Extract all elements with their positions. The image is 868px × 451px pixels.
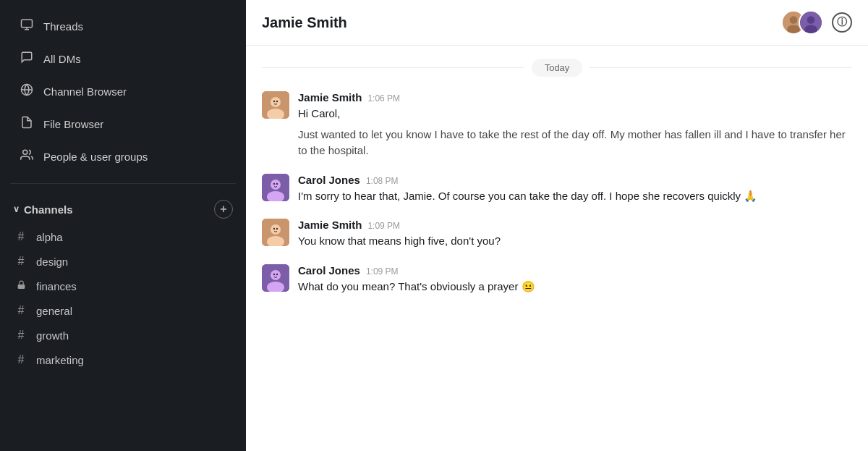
channels-section-header: ∨ Channels + xyxy=(0,187,246,224)
message-block-1: Jamie Smith 1:06 PM Hi Carol, Just wante… xyxy=(246,84,868,167)
divider-line-left xyxy=(262,67,524,68)
channel-name: finances xyxy=(36,280,77,292)
msg-sender-4: Carol Jones xyxy=(298,264,360,277)
sidebar-item-people[interactable]: People & user groups xyxy=(6,141,240,172)
lock-icon xyxy=(13,279,29,292)
sidebar-item-channel-browser[interactable]: Channel Browser xyxy=(6,76,240,107)
hash-icon: # xyxy=(13,329,29,342)
file-browser-icon xyxy=(19,116,35,132)
sidebar-item-label: Channel Browser xyxy=(43,85,127,98)
msg-content-4: Carol Jones 1:09 PM What do you mean? Th… xyxy=(298,264,852,295)
sidebar-item-file-browser[interactable]: File Browser xyxy=(6,109,240,140)
svg-point-14 xyxy=(271,97,281,107)
info-button[interactable]: ⓘ xyxy=(832,12,852,33)
channel-name: growth xyxy=(36,329,69,342)
svg-point-19 xyxy=(271,180,281,190)
avatar-msg-4 xyxy=(262,264,289,292)
info-icon: ⓘ xyxy=(837,16,847,29)
svg-point-8 xyxy=(790,16,798,24)
channels-label-group: ∨ Channels xyxy=(13,203,73,216)
channel-item-growth[interactable]: # growth xyxy=(0,323,246,347)
msg-text-3: You know that means high five, don't you… xyxy=(298,233,852,250)
avatar-msg-1 xyxy=(262,91,289,119)
avatar-carol xyxy=(799,10,823,35)
msg-text-1b: Just wanted to let you know I have to ta… xyxy=(298,127,852,159)
sidebar-item-label: People & user groups xyxy=(43,151,148,163)
chat-header: Jamie Smith xyxy=(246,0,868,46)
channel-item-marketing[interactable]: # marketing xyxy=(0,347,246,372)
msg-text-4: What do you mean? That's obviously a pra… xyxy=(298,279,852,295)
svg-point-17 xyxy=(276,101,278,102)
date-label: Today xyxy=(532,59,583,77)
date-divider: Today xyxy=(246,46,868,84)
svg-point-11 xyxy=(807,16,815,24)
msg-time-3: 1:09 PM xyxy=(367,221,400,231)
svg-point-32 xyxy=(276,273,278,274)
svg-point-5 xyxy=(23,150,27,154)
svg-point-29 xyxy=(271,270,281,280)
divider-line-right xyxy=(590,67,852,68)
channel-item-alpha[interactable]: # alpha xyxy=(0,224,246,249)
hash-icon: # xyxy=(13,353,29,366)
sidebar-item-label: File Browser xyxy=(43,118,103,130)
sidebar: Threads All DMs Channel Browser File Bro… xyxy=(0,0,246,451)
svg-point-22 xyxy=(276,182,278,184)
channel-item-finances[interactable]: finances xyxy=(0,274,246,298)
msg-header-1: Jamie Smith 1:06 PM xyxy=(298,91,852,104)
channels-label: Channels xyxy=(24,203,73,216)
chevron-icon: ∨ xyxy=(13,204,20,214)
channel-item-design[interactable]: # design xyxy=(0,249,246,274)
svg-rect-6 xyxy=(17,284,25,289)
chat-area: Today Jamie Smith 1:06 PM xyxy=(246,46,868,451)
header-right: ⓘ xyxy=(781,10,852,35)
main-content: Jamie Smith xyxy=(246,0,868,451)
msg-text-1a: Hi Carol, xyxy=(298,106,852,122)
hash-icon: # xyxy=(13,230,29,243)
hash-icon: # xyxy=(13,255,29,268)
svg-point-12 xyxy=(804,25,817,34)
message-block-4: Carol Jones 1:09 PM What do you mean? Th… xyxy=(246,257,868,303)
add-icon: + xyxy=(220,203,226,216)
msg-header-2: Carol Jones 1:08 PM xyxy=(298,174,852,186)
sidebar-item-label: Threads xyxy=(43,20,83,33)
svg-point-21 xyxy=(273,182,275,184)
sidebar-item-all-dms[interactable]: All DMs xyxy=(6,43,240,75)
svg-point-26 xyxy=(273,228,275,229)
threads-icon xyxy=(19,18,35,35)
channel-item-general[interactable]: # general xyxy=(0,298,246,323)
svg-point-24 xyxy=(271,224,281,235)
people-icon xyxy=(19,148,35,165)
channel-name: alpha xyxy=(36,231,63,243)
svg-point-31 xyxy=(273,273,275,274)
sidebar-item-threads[interactable]: Threads xyxy=(6,11,240,42)
svg-rect-0 xyxy=(22,20,33,28)
msg-content-1: Jamie Smith 1:06 PM Hi Carol, Just wante… xyxy=(298,91,852,159)
msg-sender-1: Jamie Smith xyxy=(298,91,362,104)
msg-time-1: 1:06 PM xyxy=(367,93,400,104)
svg-point-16 xyxy=(273,101,275,102)
msg-time-4: 1:09 PM xyxy=(366,266,399,277)
svg-point-9 xyxy=(787,25,800,34)
message-block-3: Jamie Smith 1:09 PM You know that means … xyxy=(246,211,868,257)
msg-header-4: Carol Jones 1:09 PM xyxy=(298,264,852,277)
msg-time-2: 1:08 PM xyxy=(366,176,399,186)
msg-content-3: Jamie Smith 1:09 PM You know that means … xyxy=(298,219,852,250)
avatar-msg-3 xyxy=(262,219,289,246)
msg-content-2: Carol Jones 1:08 PM I'm sorry to hear th… xyxy=(298,174,852,205)
sidebar-item-label: All DMs xyxy=(43,53,81,65)
msg-text-2: I'm sorry to hear that, Jamie. Of course… xyxy=(298,188,852,205)
hash-icon: # xyxy=(13,304,29,317)
channel-name: marketing xyxy=(36,354,84,366)
all-dms-icon xyxy=(19,51,35,67)
channel-name: design xyxy=(36,256,68,268)
chat-title: Jamie Smith xyxy=(262,14,347,31)
msg-sender-2: Carol Jones xyxy=(298,174,360,186)
msg-header-3: Jamie Smith 1:09 PM xyxy=(298,219,852,231)
svg-point-27 xyxy=(276,228,278,229)
avatar-msg-2 xyxy=(262,174,289,201)
message-block-2: Carol Jones 1:08 PM I'm sorry to hear th… xyxy=(246,167,868,212)
add-channel-button[interactable]: + xyxy=(214,200,233,219)
msg-sender-3: Jamie Smith xyxy=(298,219,362,231)
channel-name: general xyxy=(36,305,72,317)
channel-browser-icon xyxy=(19,83,35,100)
